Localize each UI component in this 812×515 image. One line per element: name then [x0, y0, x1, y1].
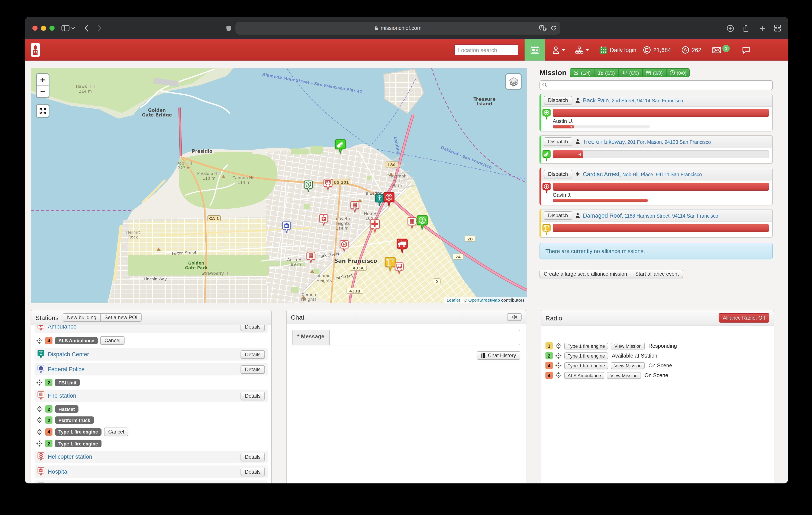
create-alliance-mission-button[interactable]: Create a large scale alliance mission: [540, 270, 631, 278]
dispatch-button[interactable]: Dispatch: [544, 137, 572, 146]
new-building-button[interactable]: New building: [63, 313, 100, 322]
station-details-button[interactable]: Details: [241, 325, 265, 331]
mission-title-link[interactable]: Damaged Roof, 1188 Harrison Street, 9411…: [583, 212, 718, 219]
station-details-button[interactable]: Details: [241, 365, 265, 374]
radio-vehicle-button[interactable]: ALS Ambulance: [564, 372, 605, 379]
zoom-window-button[interactable]: [50, 26, 55, 31]
station-details-button[interactable]: Details: [241, 350, 265, 359]
back-pain-mission-marker[interactable]: [417, 215, 428, 229]
alliance-menu[interactable]: [575, 39, 589, 61]
fullscreen-button[interactable]: [36, 104, 50, 118]
radio-vehicle-button[interactable]: Type 1 fire engine: [564, 362, 608, 369]
crosshair-icon[interactable]: [555, 352, 562, 359]
crosshair-icon[interactable]: [36, 417, 42, 423]
briefing-panel-button[interactable]: [525, 39, 545, 61]
view-mission-button[interactable]: View Mission: [611, 362, 645, 369]
mission-title-link[interactable]: Tree on bikeway, 201 Fort Mason, 94123 S…: [583, 138, 711, 145]
radio-vehicle-button[interactable]: Type 1 fire engine: [564, 352, 608, 359]
close-window-button[interactable]: [32, 26, 37, 31]
credits-display[interactable]: S 262: [682, 39, 701, 61]
station-link[interactable]: Dispatch Center: [48, 351, 237, 357]
helicopter-station-marker[interactable]: [340, 240, 349, 252]
leaflet-link[interactable]: Leaflet: [447, 297, 460, 302]
tab-overview-icon[interactable]: [774, 25, 781, 32]
station-link[interactable]: Fire station: [48, 392, 237, 399]
fire-station-marker[interactable]: [407, 217, 416, 229]
crosshair-icon[interactable]: [36, 379, 42, 386]
set-new-poi-button[interactable]: Set a new POI: [100, 313, 142, 322]
privacy-shield-icon[interactable]: [226, 25, 232, 31]
daily-login-link[interactable]: Daily login: [599, 39, 637, 61]
new-tab-icon[interactable]: [759, 25, 765, 31]
dispatch-button[interactable]: Dispatch: [544, 96, 572, 105]
sidebar-icon[interactable]: [61, 25, 69, 32]
station-details-button[interactable]: Details: [241, 453, 265, 461]
share-icon[interactable]: [743, 24, 749, 32]
ambulance-station-marker[interactable]: [370, 219, 380, 233]
missionchief-logo[interactable]: [31, 39, 40, 61]
back-icon[interactable]: [84, 25, 89, 32]
mission-filter-siren-button[interactable]: (1/4): [570, 68, 594, 77]
crosshair-icon[interactable]: [555, 343, 562, 349]
tree-on-bikeway-mission-marker[interactable]: [335, 139, 346, 154]
reload-icon[interactable]: [551, 25, 556, 31]
crosshair-icon[interactable]: [555, 362, 562, 369]
layers-button[interactable]: [505, 73, 522, 90]
start-alliance-event-button[interactable]: Start alliance event: [631, 270, 683, 278]
vehicle-name[interactable]: Type 1 fire engine: [55, 440, 101, 447]
station-link[interactable]: Ambulance: [48, 325, 237, 330]
address-bar[interactable]: missionchief.com A文: [235, 22, 560, 34]
school-poi-marker[interactable]: [323, 179, 332, 190]
chat-message-input[interactable]: [329, 330, 520, 345]
school-poi-marker[interactable]: [395, 263, 404, 274]
radio-vehicle-button[interactable]: Type 1 fire engine: [564, 343, 608, 349]
cancel-button[interactable]: Cancel: [104, 428, 128, 436]
federal-police-marker[interactable]: [282, 221, 291, 233]
forward-icon[interactable]: [97, 25, 102, 32]
fire-station-marker[interactable]: [307, 252, 315, 263]
view-mission-button[interactable]: View Mission: [607, 372, 641, 379]
mission-filter-calendar-button[interactable]: (0/0): [642, 68, 666, 77]
dispatch-button[interactable]: Dispatch: [544, 170, 572, 178]
map[interactable]: Hawk Hill214 mGoldenGate BridgePresidioR…: [31, 68, 527, 303]
fire-truck-mission-marker[interactable]: [397, 239, 408, 253]
hospital-marker[interactable]: [319, 214, 328, 226]
mission-title-link[interactable]: Back Pain, 2nd Street, 94114 San Francis…: [583, 97, 683, 104]
dispatch-button[interactable]: Dispatch: [544, 211, 572, 220]
station-link[interactable]: Hospital: [48, 468, 237, 475]
osm-link[interactable]: OpenStreetMap: [468, 297, 500, 302]
chevron-down-icon[interactable]: [71, 27, 75, 29]
vehicle-name[interactable]: Type 1 fire engine: [55, 428, 101, 435]
vehicle-name[interactable]: HazMat: [55, 405, 78, 413]
fire-station-marker[interactable]: [350, 201, 359, 213]
minimize-window-button[interactable]: [41, 26, 46, 31]
cancel-button[interactable]: Cancel: [100, 336, 125, 345]
crosshair-icon[interactable]: [36, 429, 42, 435]
station-link[interactable]: Helicopter station: [48, 454, 237, 460]
station-details-button[interactable]: Details: [241, 467, 265, 476]
chat-toggle-button[interactable]: [742, 39, 750, 61]
crosshair-icon[interactable]: [36, 406, 42, 412]
chat-history-button[interactable]: Chat History: [477, 351, 520, 360]
crosshair-icon[interactable]: [36, 440, 42, 447]
dispatch-center-marker[interactable]: [375, 194, 384, 206]
cardiac-arrest-mission-marker[interactable]: [383, 192, 395, 207]
location-search-input[interactable]: [454, 44, 518, 55]
profile-menu[interactable]: [552, 39, 565, 61]
translate-icon[interactable]: A文: [539, 25, 547, 31]
messages-button[interactable]: 1: [712, 39, 730, 61]
vehicle-name[interactable]: ALS Ambulance: [55, 337, 98, 344]
safety-poi-marker[interactable]: [304, 181, 313, 192]
mission-title-link[interactable]: Cardiac Arrest, Nob Hill Place, 94114 Sa…: [583, 171, 702, 177]
crosshair-icon[interactable]: [36, 337, 42, 344]
station-link[interactable]: Federal Police: [48, 366, 237, 373]
mission-search-input[interactable]: [540, 80, 773, 90]
mission-filter-ambulance-button[interactable]: (0/0): [594, 68, 618, 77]
downloads-icon[interactable]: [727, 25, 734, 32]
zoom-out-button[interactable]: −: [37, 86, 49, 97]
damaged-roof-mission-marker[interactable]: [385, 257, 396, 271]
zoom-in-button[interactable]: +: [37, 74, 49, 86]
vehicle-name[interactable]: Platform truck: [55, 416, 94, 424]
coins-display[interactable]: 21,684: [643, 39, 671, 61]
chat-sound-button[interactable]: [507, 313, 522, 321]
